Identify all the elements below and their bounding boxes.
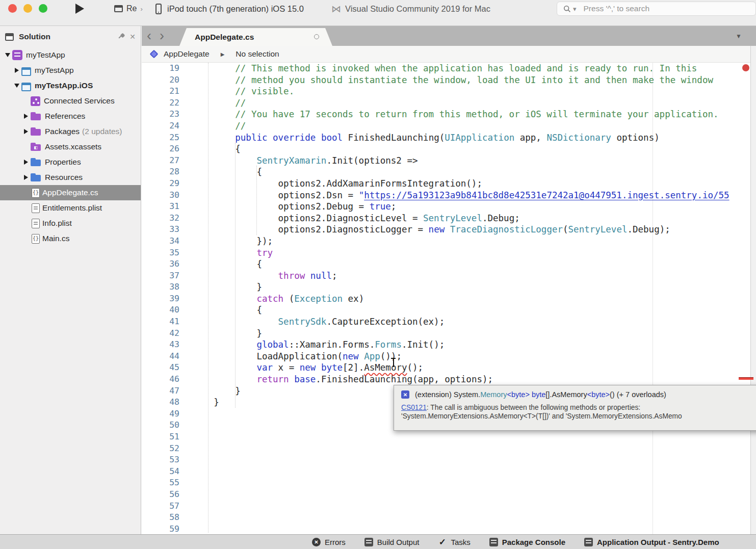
code-line-20[interactable]: 20 // method you should instantiate the …: [142, 74, 756, 86]
code-line-42[interactable]: 42 }: [142, 328, 756, 339]
code-line-40[interactable]: 40 {: [142, 304, 756, 316]
navigate-forward-button[interactable]: ›: [160, 29, 164, 43]
expander-icon[interactable]: [21, 175, 31, 180]
search-icon: [563, 5, 571, 13]
expander-icon[interactable]: [21, 114, 31, 119]
code-line-30[interactable]: 30 options2.Dsn = "https://5a193123a9b84…: [142, 190, 756, 201]
line-content: SentrySdk.CaptureException(ex);: [192, 316, 445, 328]
expander-icon[interactable]: [21, 160, 31, 165]
code-editor[interactable]: 19 // This method is invoked when the ap…: [142, 63, 756, 534]
close-window-button[interactable]: [8, 4, 17, 13]
code-line-24[interactable]: 24 //: [142, 120, 756, 132]
code-line-21[interactable]: 21 // visible.: [142, 86, 756, 97]
code-line-29[interactable]: 29 options2.AddXamarinFormsIntegration()…: [142, 178, 756, 190]
expander-icon[interactable]: [21, 129, 31, 134]
code-line-27[interactable]: 27 SentryXamarin.Init(options2 =>: [142, 155, 756, 167]
code-line-35[interactable]: 35 try: [142, 247, 756, 259]
code-line-26[interactable]: 26 {: [142, 143, 756, 155]
expander-icon[interactable]: [12, 68, 21, 73]
tab-modified-indicator-icon[interactable]: [314, 34, 319, 39]
sidebar-item-assets-xcassets[interactable]: Assets.xcassets: [0, 139, 141, 154]
code-line-45[interactable]: 45 var x = new byte[2].AsMemory();: [142, 362, 756, 374]
code-line-36[interactable]: 36 {: [142, 258, 756, 270]
sidebar-item-mytestapp[interactable]: myTestApp: [0, 47, 141, 63]
item-label: Assets.xcassets: [45, 142, 101, 151]
close-pad-icon[interactable]: ✕: [129, 33, 136, 40]
code-line-38[interactable]: 38 }: [142, 281, 756, 293]
sidebar-item-properties[interactable]: Properties: [0, 154, 141, 170]
sidebar-item-references[interactable]: References: [0, 109, 141, 124]
code-line-43[interactable]: 43 global::Xamarin.Forms.Forms.Init();: [142, 339, 756, 351]
code-line-23[interactable]: 23 // You have 17 seconds to return from…: [142, 109, 756, 120]
tab-title: AppDelegate.cs: [195, 33, 254, 42]
code-line-39[interactable]: 39 catch (Exception ex): [142, 293, 756, 305]
code-line-25[interactable]: 25 public override bool FinishedLaunchin…: [142, 132, 756, 144]
code-line-55[interactable]: 55: [142, 477, 756, 489]
code-line-54[interactable]: 54: [142, 466, 756, 478]
line-content: {: [192, 166, 262, 178]
code-line-41[interactable]: 41 SentrySdk.CaptureException(ex);: [142, 316, 756, 328]
pad-button-application-output-sentry-demo[interactable]: Application Output - Sentry.Demo: [584, 538, 719, 546]
tab-appdelegate[interactable]: AppDelegate.cs: [179, 28, 332, 46]
line-number: 27: [142, 155, 179, 167]
sidebar-item-resources[interactable]: Resources: [0, 170, 141, 185]
code-line-33[interactable]: 33 options2.DiagnosticLogger = new Trace…: [142, 224, 756, 236]
code-line-44[interactable]: 44 LoadApplication(new App());: [142, 351, 756, 362]
sidebar-item-mytestapp[interactable]: myTestApp: [0, 63, 141, 78]
navigate-back-button[interactable]: ‹: [147, 29, 151, 43]
pad-button-errors[interactable]: ✕Errors: [312, 538, 346, 546]
code-line-32[interactable]: 32 options2.DiagnosticLevel = SentryLeve…: [142, 213, 756, 224]
expander-icon[interactable]: [3, 53, 12, 57]
code-line-28[interactable]: 28 {: [142, 166, 756, 178]
zoom-window-button[interactable]: [39, 4, 47, 13]
expander-icon[interactable]: [12, 84, 21, 88]
line-number: 46: [142, 374, 179, 385]
search-input[interactable]: ▾ Press '^,' to search: [557, 2, 756, 16]
code-line-34[interactable]: 34 });: [142, 236, 756, 247]
pad-button-tasks[interactable]: ✓Tasks: [438, 538, 470, 546]
code-line-22[interactable]: 22 //: [142, 97, 756, 109]
pad-button-package-console[interactable]: Package Console: [489, 538, 565, 546]
code-line-37[interactable]: 37 throw null;: [142, 270, 756, 282]
pad-button-build-output[interactable]: Build Output: [364, 538, 420, 546]
solution-tree: myTestAppmyTestAppmyTestApp.iOSConnected…: [0, 47, 141, 246]
code-line-58[interactable]: 58: [142, 512, 756, 524]
device-selector[interactable]: iPod touch (7th generation) iOS 15.0: [155, 2, 304, 15]
line-number: 24: [142, 120, 179, 132]
configuration-selector[interactable]: Re ›: [114, 3, 143, 15]
code-line-46[interactable]: 46 return base.FinishedLaunching(app, op…: [142, 374, 756, 385]
line-content: return base.FinishedLaunching(app, optio…: [192, 374, 493, 385]
title-bar: Re › iPod touch (7th generation) iOS 15.…: [0, 0, 756, 25]
run-button[interactable]: [75, 4, 84, 14]
sidebar-item-connected-services[interactable]: Connected Services: [0, 93, 141, 109]
line-number: 31: [142, 201, 179, 213]
tab-list-dropdown-icon[interactable]: ▼: [736, 33, 742, 40]
item-label: myTestApp: [26, 50, 65, 60]
search-scope-chevron-icon[interactable]: ▾: [573, 5, 577, 13]
code-line-57[interactable]: 57: [142, 501, 756, 512]
code-line-52[interactable]: 52: [142, 443, 756, 455]
code-line-31[interactable]: 31 options2.Debug = true;: [142, 201, 756, 213]
error-indicator-icon[interactable]: [742, 64, 749, 71]
sidebar-item-main-cs[interactable]: Main.cs: [0, 231, 141, 246]
line-content: // method you should instantiate the win…: [192, 74, 713, 86]
code-line-59[interactable]: 59: [142, 524, 756, 534]
pad-button-label: Build Output: [377, 538, 420, 546]
item-label: Entitlements.plist: [42, 203, 102, 213]
sidebar-item-info-plist[interactable]: Info.plist: [0, 216, 141, 231]
code-line-56[interactable]: 56: [142, 489, 756, 501]
error-code-link[interactable]: CS0121: [401, 404, 427, 411]
pin-pad-icon[interactable]: [117, 33, 124, 40]
sidebar-item-packages[interactable]: Packages(2 updates): [0, 124, 141, 139]
error-line-marker[interactable]: [739, 377, 753, 380]
code-line-51[interactable]: 51: [142, 431, 756, 443]
code-line-19[interactable]: 19 // This method is invoked when the ap…: [142, 63, 756, 74]
sidebar-item-mytestapp-ios[interactable]: myTestApp.iOS: [0, 78, 141, 93]
breadcrumb-selection[interactable]: No selection: [236, 49, 279, 59]
search-placeholder: Press '^,' to search: [584, 4, 650, 13]
code-line-53[interactable]: 53: [142, 454, 756, 466]
sidebar-item-appdelegate-cs[interactable]: AppDelegate.cs: [0, 185, 141, 200]
sidebar-item-entitlements-plist[interactable]: Entitlements.plist: [0, 200, 141, 216]
minimize-window-button[interactable]: [23, 4, 32, 13]
breadcrumb-class[interactable]: AppDelegate: [164, 49, 210, 59]
